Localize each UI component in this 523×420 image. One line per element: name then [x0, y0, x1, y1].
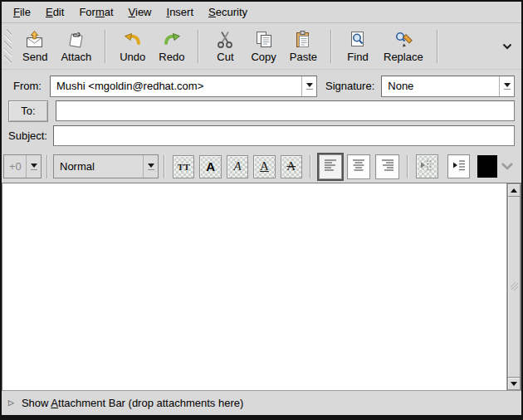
- subject-row: Subject:: [8, 125, 515, 147]
- scrollbar[interactable]: [506, 183, 521, 390]
- indent-button[interactable]: [447, 154, 470, 178]
- replace-button[interactable]: Replace: [377, 27, 430, 66]
- subject-label: Subject:: [8, 129, 50, 142]
- subject-input[interactable]: [54, 127, 514, 144]
- thumb-grip-icon: [510, 280, 519, 294]
- copy-button[interactable]: Copy: [244, 27, 282, 66]
- font-color-button[interactable]: [477, 155, 497, 178]
- signature-label: Signature:: [324, 80, 381, 92]
- align-right-icon: [380, 158, 395, 175]
- indent-icon: [452, 158, 467, 175]
- undo-button[interactable]: Undo: [113, 27, 152, 66]
- attachment-bar-label: Show Attachment Bar (drop attachments he…: [22, 397, 243, 409]
- message-body[interactable]: [2, 183, 506, 390]
- toolbar-grip[interactable]: [4, 29, 12, 64]
- from-combo-arrow-icon[interactable]: [301, 76, 316, 96]
- menubar: File Edit Format View Insert Security: [2, 2, 521, 23]
- font-size-combobox[interactable]: +0: [3, 154, 42, 178]
- unindent-icon: [419, 158, 434, 175]
- font-size-combo-arrow-icon[interactable]: [26, 155, 41, 178]
- from-row: From: Mushi <mgoldin@redhat.com> Signatu…: [8, 75, 515, 97]
- from-label: From:: [8, 80, 50, 92]
- strikethrough-button[interactable]: A: [281, 155, 302, 178]
- send-icon: [24, 28, 46, 51]
- to-button[interactable]: To:: [8, 100, 48, 122]
- underline-icon: A: [260, 159, 269, 173]
- header-fields: From: Mushi <mgoldin@redhat.com> Signatu…: [2, 70, 521, 150]
- italic-button[interactable]: A: [227, 155, 248, 178]
- attach-button[interactable]: Attach: [54, 27, 98, 66]
- menu-file[interactable]: File: [6, 3, 38, 21]
- chevron-down-icon: [502, 40, 512, 52]
- align-right-button[interactable]: [375, 154, 398, 179]
- scroll-down-button[interactable]: [507, 377, 521, 390]
- cut-button[interactable]: Cut: [206, 27, 244, 66]
- format-overflow-button[interactable]: [497, 159, 517, 174]
- send-button[interactable]: Send: [16, 27, 54, 66]
- typewriter-icon: TT: [178, 162, 190, 172]
- toolbar-separator: [330, 30, 332, 63]
- menu-insert[interactable]: Insert: [159, 3, 202, 21]
- cut-icon: [214, 28, 236, 51]
- format-separator: [164, 155, 165, 178]
- from-value: Mushi <mgoldin@redhat.com>: [51, 76, 301, 96]
- align-center-button[interactable]: [347, 154, 370, 179]
- paragraph-style-combobox[interactable]: Normal: [53, 154, 159, 178]
- format-toolbar: +0 Normal TT A A A A: [2, 150, 521, 183]
- menu-security[interactable]: Security: [201, 3, 255, 21]
- typewriter-button[interactable]: TT: [173, 155, 194, 178]
- mail-composer-window: File Edit Format View Insert Security Se…: [0, 0, 523, 420]
- expander-triangle-icon[interactable]: ▷: [8, 399, 14, 407]
- to-entry: [56, 100, 515, 121]
- paste-button[interactable]: Paste: [283, 27, 324, 66]
- find-button[interactable]: Find: [339, 27, 377, 66]
- attach-icon: [66, 28, 87, 51]
- strikethrough-icon: A: [286, 159, 296, 173]
- redo-icon: [161, 28, 183, 51]
- align-center-icon: [351, 158, 366, 175]
- menu-view[interactable]: View: [121, 3, 159, 21]
- to-input[interactable]: [56, 102, 514, 120]
- signature-combobox[interactable]: None: [381, 76, 515, 97]
- arrow-up-icon: [511, 188, 517, 193]
- bold-icon: A: [206, 159, 215, 173]
- menu-edit[interactable]: Edit: [38, 3, 71, 21]
- toolbar-separator: [198, 30, 199, 63]
- paragraph-style-value: Normal: [54, 155, 143, 178]
- font-size-value: +0: [4, 155, 26, 178]
- copy-icon: [253, 28, 275, 51]
- signature-combo-arrow-icon[interactable]: [499, 76, 514, 96]
- from-combobox[interactable]: Mushi <mgoldin@redhat.com>: [50, 76, 317, 97]
- editor-area: [2, 183, 521, 391]
- undo-icon: [122, 28, 144, 51]
- main-toolbar: Send Attach Undo: [2, 23, 521, 70]
- scroll-up-button[interactable]: [507, 183, 521, 197]
- paragraph-style-combo-arrow-icon[interactable]: [143, 155, 158, 178]
- unindent-button[interactable]: [416, 154, 438, 178]
- toolbar-separator: [105, 30, 106, 63]
- italic-icon: A: [233, 159, 241, 173]
- toolbar-separator: [437, 30, 438, 63]
- menu-format[interactable]: Format: [71, 3, 120, 21]
- find-icon: [347, 28, 369, 51]
- format-separator: [310, 155, 311, 178]
- paste-icon: [292, 28, 314, 51]
- signature-value: None: [382, 76, 499, 96]
- format-separator: [46, 155, 48, 178]
- align-left-button[interactable]: [319, 154, 342, 179]
- replace-icon: [393, 28, 414, 51]
- toolbar-overflow-button[interactable]: [497, 37, 517, 56]
- align-left-icon: [323, 158, 338, 175]
- redo-button[interactable]: Redo: [152, 27, 191, 66]
- to-row: To:: [8, 100, 515, 122]
- scroll-thumb[interactable]: [507, 197, 521, 377]
- arrow-down-icon: [511, 382, 517, 386]
- chevron-down-icon: [501, 160, 514, 173]
- bold-button[interactable]: A: [199, 155, 221, 178]
- subject-entry: [53, 125, 515, 146]
- format-separator: [407, 155, 408, 178]
- underline-button[interactable]: A: [253, 155, 275, 178]
- attachment-bar[interactable]: ▷ Show Attachment Bar (drop attachments …: [2, 391, 521, 415]
